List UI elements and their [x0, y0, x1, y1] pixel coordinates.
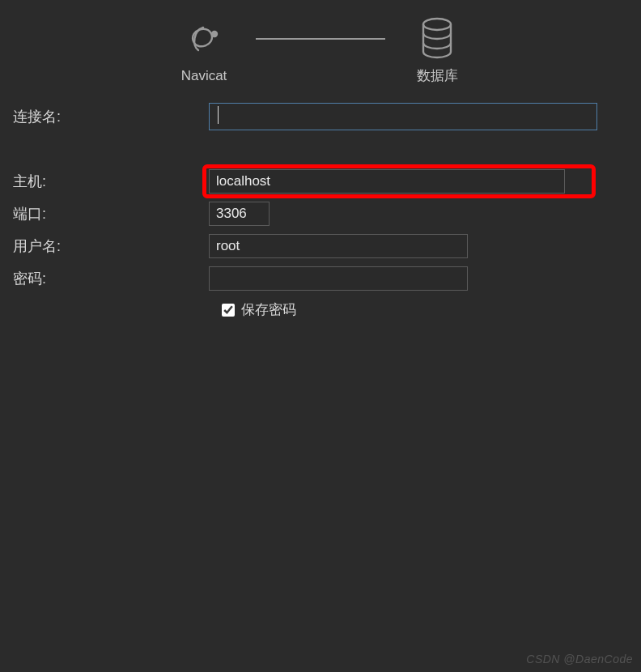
host-input[interactable]	[209, 169, 565, 194]
connector-line	[256, 38, 385, 40]
port-input[interactable]	[209, 202, 270, 226]
database-icon	[418, 15, 456, 62]
password-input[interactable]	[209, 266, 468, 291]
svg-point-1	[423, 19, 451, 30]
connection-form: 连接名: 主机: 端口: 用户名: 密码: 保存密码	[0, 95, 641, 319]
database-header-item: 数据库	[388, 15, 486, 85]
password-label: 密码:	[11, 269, 209, 288]
save-password-checkbox[interactable]	[222, 304, 235, 317]
watermark: CSDN @DaenCode	[526, 653, 633, 666]
port-row: 端口:	[11, 198, 630, 229]
username-input[interactable]	[209, 234, 468, 258]
connection-header: Navicat 数据库	[0, 0, 641, 95]
save-password-label: 保存密码	[241, 300, 296, 319]
navicat-header-item: Navicat	[155, 16, 253, 84]
database-label: 数据库	[417, 66, 458, 85]
username-row: 用户名:	[11, 231, 630, 262]
navicat-icon	[182, 16, 226, 63]
svg-point-0	[212, 32, 217, 36]
username-label: 用户名:	[11, 236, 209, 256]
connection-name-label: 连接名:	[11, 107, 209, 126]
save-password-row: 保存密码	[11, 300, 630, 319]
host-row: 主机:	[11, 166, 630, 197]
port-label: 端口:	[11, 204, 209, 223]
host-label: 主机:	[11, 172, 209, 191]
connection-name-input[interactable]	[209, 103, 597, 130]
navicat-label: Navicat	[181, 68, 227, 84]
password-row: 密码:	[11, 263, 630, 294]
connection-name-row: 连接名:	[11, 101, 630, 132]
